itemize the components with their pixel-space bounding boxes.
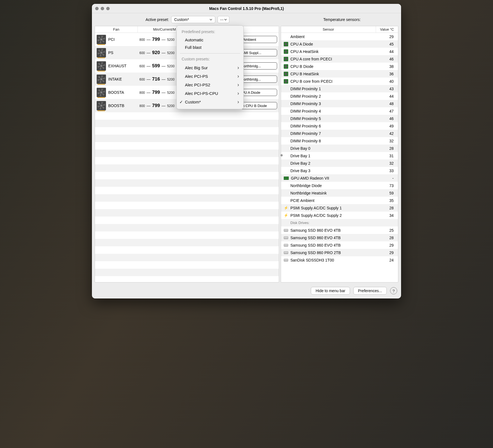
sensor-row[interactable]: Samsung SSD 860 EVO 4TB29 (281, 241, 398, 249)
sensor-row[interactable]: CPU B Diode38 (281, 63, 398, 70)
sensors-section-label: Temperature sensors: (323, 17, 361, 22)
empty-row (95, 157, 279, 164)
sensor-row[interactable]: Samsung SSD 860 PRO 2TB29 (281, 249, 398, 256)
menu-item-preset[interactable]: ✓Custom* (177, 98, 243, 106)
minimize-icon[interactable] (101, 7, 104, 10)
empty-row (95, 246, 279, 254)
empty-row (95, 202, 279, 209)
sensor-row[interactable]: CPU B HeatSink36 (281, 70, 398, 78)
zoom-icon[interactable] (106, 7, 110, 10)
sensor-row[interactable]: DIMM Proximity 447 (281, 107, 398, 115)
fan-name: PCI (108, 37, 115, 42)
col-value[interactable]: Value °C (376, 26, 398, 33)
sensor-row[interactable]: ⚡PSMI Supply AC/DC Supply 234 (281, 212, 398, 219)
fan-name: INTAKE (108, 77, 122, 81)
sensor-row[interactable]: CPU A Diode45 (281, 40, 398, 48)
col-sensor[interactable]: Sensor (281, 26, 376, 33)
sensor-row[interactable]: Samsung SSD 860 EVO 4TB25 (281, 226, 398, 234)
sensor-row[interactable]: DIMM Proximity 649 (281, 122, 398, 130)
sensor-row[interactable]: DIMM Proximity 348 (281, 100, 398, 107)
menu-separator (180, 53, 240, 54)
sensor-value: 28 (376, 236, 398, 240)
active-preset-label: Active preset: (145, 17, 169, 22)
sensor-row[interactable]: SanDisk SDSSDH3 1T0024 (281, 256, 398, 264)
menu-item-preset[interactable]: Alec PCI-PS (177, 72, 243, 81)
sensor-row[interactable]: CPU A core from PCECI46 (281, 55, 398, 63)
sensor-row[interactable]: Northbridge Heatsink59 (281, 189, 398, 197)
preset-options-button[interactable]: ⋯ (218, 16, 229, 23)
help-button[interactable]: ? (390, 287, 397, 294)
disk-icon (284, 251, 288, 254)
sensor-value: 49 (376, 124, 398, 128)
empty-row (95, 127, 279, 135)
sensor-row[interactable]: Drive Bay 333 (281, 167, 398, 174)
sensor-row[interactable]: DIMM Proximity 742 (281, 130, 398, 137)
menu-item-preset[interactable]: Alec Big Sur (177, 63, 243, 72)
sensor-row[interactable]: Samsung SSD 860 EVO 4TB28 (281, 234, 398, 241)
sensor-row[interactable]: DIMM Proximity 244 (281, 92, 398, 100)
gpu-chip-icon (284, 177, 289, 180)
preferences-button[interactable]: Preferences... (353, 287, 387, 295)
spacer-icon (284, 124, 288, 128)
spacer-icon (284, 198, 288, 203)
spacer-icon (284, 109, 288, 113)
empty-row (95, 194, 279, 202)
sensor-row[interactable]: CPU B core from PCECI40 (281, 78, 398, 85)
fan-name: EXHAUST (108, 64, 126, 68)
sensor-row[interactable]: GPU AMD Radeon VII- (281, 174, 398, 182)
sensor-row[interactable]: Drive Bay 131 (281, 152, 398, 159)
sensor-row[interactable]: ⚡PSMI Supply AC/DC Supply 128 (281, 204, 398, 212)
sensor-value: 35 (376, 198, 398, 203)
sensor-name: Disk Drives: (290, 221, 309, 225)
sensor-name: DIMM Proximity 2 (290, 94, 321, 98)
sensor-row[interactable]: DIMM Proximity 546 (281, 115, 398, 122)
empty-row (95, 120, 279, 127)
sensor-name: Northbridge Heatsink (290, 191, 327, 195)
cpu-chip-icon (284, 72, 288, 76)
sensor-row[interactable]: CPU A HeatSink44 (281, 48, 398, 55)
spacer-icon (284, 94, 288, 98)
sensor-name: DIMM Proximity 6 (290, 124, 321, 128)
sensor-name: CPU B HeatSink (290, 72, 319, 76)
empty-row (95, 150, 279, 157)
sensor-name: DIMM Proximity 1 (290, 87, 321, 91)
sensor-name: PSMI Supply AC/DC Supply 2 (290, 213, 342, 218)
pane-splitter[interactable] (280, 154, 283, 156)
sensor-name: PCIE Ambient (290, 198, 314, 203)
chevron-down-icon (210, 19, 212, 20)
fan-name: BOOSTB (108, 103, 124, 108)
sensor-row[interactable]: Northbridge Diode73 (281, 182, 398, 189)
sensor-row[interactable]: DIMM Proximity 832 (281, 137, 398, 145)
fan-icon (97, 88, 106, 97)
sensor-row[interactable]: PCIE Ambient35 (281, 197, 398, 204)
sensor-section-row: Disk Drives: (281, 219, 398, 226)
sensors-pane: Sensor Value °C Ambient29CPU A Diode45CP… (281, 26, 398, 282)
spacer-icon (284, 116, 288, 121)
close-icon[interactable] (95, 7, 99, 10)
empty-row (95, 135, 279, 142)
footer: Hide to menu bar Preferences... ? (92, 285, 401, 298)
menu-item-preset[interactable]: Alec PCI-PS2 (177, 81, 243, 89)
sensor-value: 36 (376, 72, 398, 76)
sensors-header-row: Sensor Value °C (281, 26, 398, 33)
sensor-row[interactable]: DIMM Proximity 143 (281, 85, 398, 92)
disk-icon (284, 229, 288, 232)
menu-item-full-blast[interactable]: Full blast (177, 44, 243, 51)
col-fan[interactable]: Fan (95, 26, 138, 33)
menu-item-preset[interactable]: Alec PCI-PS-CPU (177, 89, 243, 98)
cpu-chip-icon (284, 79, 288, 84)
sensor-row[interactable]: Drive Bay 028 (281, 145, 398, 152)
window-title: Macs Fan Control 1.5.10 Pro (MacPro5,1) (209, 6, 284, 11)
hide-to-menubar-button[interactable]: Hide to menu bar (311, 287, 350, 295)
sensor-value: 32 (376, 139, 398, 143)
preset-dropdown[interactable]: Custom* (171, 16, 215, 23)
sensor-row[interactable]: Ambient29 (281, 33, 398, 40)
disk-icon (284, 236, 288, 239)
predefined-presets-header: Predefined presets: (177, 28, 243, 36)
preset-dropdown-value: Custom* (174, 17, 189, 22)
sensor-value: 24 (376, 258, 398, 262)
menu-item-automatic[interactable]: Automatic (177, 36, 243, 44)
sensor-value: 47 (376, 109, 398, 113)
sensor-value: 28 (376, 206, 398, 210)
sensor-row[interactable]: Drive Bay 232 (281, 159, 398, 167)
